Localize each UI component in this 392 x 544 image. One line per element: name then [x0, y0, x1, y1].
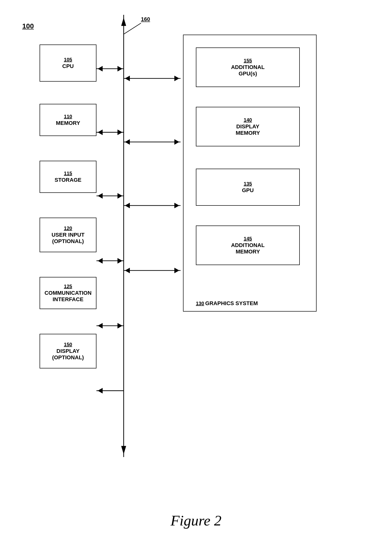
box-storage: 115 STORAGE — [40, 161, 96, 193]
name-graphics-system: GRAPHICS SYSTEM — [205, 300, 258, 306]
label-130: 130 — [196, 301, 204, 306]
name-comm-interface: COMMUNICATIONINTERFACE — [45, 290, 92, 303]
graphics-system-label: 130 GRAPHICS SYSTEM — [196, 300, 258, 307]
box-additional-memory: 145 ADDITIONALMEMORY — [196, 226, 300, 265]
name-display-memory: DISPLAYMEMORY — [236, 123, 260, 136]
box-comm-interface: 125 COMMUNICATIONINTERFACE — [40, 277, 96, 309]
box-user-input: 120 USER INPUT(OPTIONAL) — [40, 218, 96, 252]
label-115: 115 — [64, 171, 72, 176]
name-additional-gpus: ADDITIONALGPU(s) — [231, 64, 265, 77]
box-cpu: 105 CPU — [40, 45, 96, 82]
label-160: 160 — [141, 16, 150, 23]
label-110: 110 — [64, 114, 72, 119]
svg-line-32 — [124, 23, 141, 34]
svg-marker-8 — [174, 76, 179, 81]
svg-marker-28 — [98, 323, 103, 328]
svg-marker-16 — [98, 193, 103, 199]
label-120: 120 — [64, 226, 72, 231]
label-135: 135 — [244, 181, 252, 187]
svg-marker-22 — [98, 258, 103, 264]
label-155: 155 — [244, 58, 252, 64]
name-display: DISPLAY(OPTIONAL) — [52, 348, 84, 361]
svg-marker-29 — [117, 323, 122, 328]
svg-marker-19 — [125, 203, 130, 208]
main-label: 100 — [22, 22, 34, 30]
label-125: 125 — [64, 284, 72, 289]
svg-marker-26 — [174, 268, 179, 273]
box-memory: 110 MEMORY — [40, 104, 96, 136]
name-storage: STORAGE — [55, 177, 81, 183]
svg-marker-2 — [121, 446, 126, 454]
svg-marker-17 — [117, 193, 122, 199]
svg-marker-11 — [117, 130, 122, 135]
name-additional-memory: ADDITIONALMEMORY — [231, 242, 265, 255]
box-display-memory: 140 DISPLAYMEMORY — [196, 107, 300, 146]
box-additional-gpus: 155 ADDITIONALGPU(s) — [196, 47, 300, 87]
label-145: 145 — [244, 236, 252, 242]
svg-marker-5 — [117, 66, 122, 71]
figure-caption: Figure 2 — [0, 512, 392, 529]
label-140: 140 — [244, 117, 252, 123]
svg-marker-1 — [121, 18, 126, 26]
svg-marker-31 — [98, 388, 103, 393]
svg-marker-20 — [174, 203, 179, 208]
panel-graphics-system: 155 ADDITIONALGPU(s) 140 DISPLAYMEMORY 1… — [183, 35, 317, 312]
svg-marker-14 — [174, 139, 179, 145]
name-memory: MEMORY — [56, 120, 80, 126]
label-105: 105 — [64, 57, 72, 63]
svg-marker-23 — [117, 258, 122, 264]
svg-marker-7 — [125, 76, 130, 81]
name-gpu: GPU — [242, 187, 254, 194]
label-150: 150 — [64, 342, 72, 347]
name-cpu: CPU — [62, 63, 74, 69]
diagram-container: 100 — [20, 15, 371, 485]
name-user-input: USER INPUT(OPTIONAL) — [51, 232, 84, 245]
svg-marker-4 — [98, 66, 103, 71]
box-display: 150 DISPLAY(OPTIONAL) — [40, 334, 96, 368]
box-gpu: 135 GPU — [196, 169, 300, 206]
svg-marker-25 — [125, 268, 130, 273]
svg-marker-10 — [98, 130, 103, 135]
svg-marker-13 — [125, 139, 130, 145]
